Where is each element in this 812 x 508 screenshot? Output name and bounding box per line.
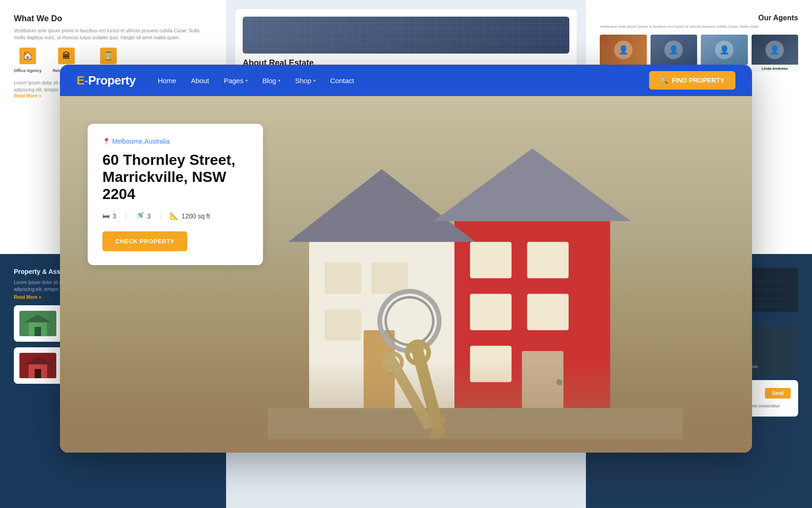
agents-text: Vestibulum ante ipsum primis in faucibus… bbox=[600, 24, 798, 29]
nav-shop[interactable]: Shop ▾ bbox=[295, 77, 316, 85]
agents-section: Our Agents Vestibulum ante ipsum primis … bbox=[600, 14, 798, 72]
bed-icon: 🛏 bbox=[102, 212, 110, 220]
bath-icon: 🚿 bbox=[135, 212, 144, 220]
address-line3: 2204 bbox=[102, 186, 135, 202]
brand-rest: Property bbox=[88, 73, 136, 87]
property-address: 60 Thornley Street, Marrickville, NSW 22… bbox=[102, 151, 248, 202]
nav-contact[interactable]: Contact bbox=[330, 77, 354, 85]
search-icon: 🔍 bbox=[660, 77, 668, 84]
main-card: E-Property Home About Pages ▾ Blog ▾ Sho… bbox=[60, 65, 752, 453]
brand-logo: E-Property bbox=[77, 73, 136, 88]
find-property-button[interactable]: 🔍 FIND PROPERTY bbox=[649, 71, 735, 90]
industrial-icon: ⌛ bbox=[100, 48, 117, 64]
svg-rect-7 bbox=[35, 369, 41, 378]
hero-blur-overlay bbox=[60, 360, 752, 453]
pages-dropdown-arrow: ▾ bbox=[245, 78, 248, 83]
property-card-1-img bbox=[19, 311, 56, 336]
navbar: E-Property Home About Pages ▾ Blog ▾ Sho… bbox=[60, 65, 752, 96]
property-card-2-img bbox=[19, 353, 56, 378]
brand-letter: E- bbox=[77, 73, 88, 87]
office-label: Office Agency bbox=[14, 68, 42, 73]
send-button[interactable]: Send bbox=[765, 388, 791, 399]
location-pin-icon: 📍 bbox=[102, 138, 110, 145]
agent-photo-1: 👤 bbox=[600, 35, 647, 65]
baths-feature: 🚿 3 bbox=[135, 212, 151, 220]
hero-section: 📍 Melbourne,Australia 60 Thornley Street… bbox=[60, 96, 752, 453]
property-features: 🛏 3 🚿 3 📐 1200 sq ft bbox=[102, 212, 248, 220]
area-feature: 📐 1200 sq ft bbox=[170, 212, 210, 220]
nav-home[interactable]: Home bbox=[158, 77, 176, 85]
feature-divider-2 bbox=[160, 212, 161, 220]
svg-rect-13 bbox=[325, 262, 361, 294]
baths-count: 3 bbox=[147, 212, 151, 220]
aerial-photo bbox=[243, 17, 569, 54]
agent-card-4: 👤 Linda Andrews bbox=[752, 35, 799, 72]
agent-photo-4: 👤 bbox=[752, 35, 799, 65]
agent-face-4: 👤 bbox=[765, 41, 784, 59]
wwd-office: 🏠 Office Agency bbox=[14, 48, 42, 73]
nav-about[interactable]: About bbox=[191, 77, 209, 85]
nav-pages[interactable]: Pages ▾ bbox=[224, 77, 248, 85]
address-line1: 60 Thornley Street, bbox=[102, 151, 235, 168]
beds-feature: 🛏 3 bbox=[102, 212, 116, 220]
agent-face-3: 👤 bbox=[715, 41, 734, 59]
what-we-do-text: Vestibulum ante ipsum primis in faucibus… bbox=[14, 27, 212, 41]
beds-count: 3 bbox=[113, 212, 116, 220]
check-property-button[interactable]: CHECK PROPERTY bbox=[102, 231, 187, 251]
property-location: 📍 Melbourne,Australia bbox=[102, 138, 248, 145]
svg-rect-3 bbox=[35, 327, 41, 336]
aerial-houses-img bbox=[243, 17, 569, 54]
agent-photo-3: 👤 bbox=[701, 35, 748, 65]
property-info-card: 📍 Melbourne,Australia 60 Thornley Street… bbox=[88, 124, 263, 265]
feature-divider-1 bbox=[125, 212, 126, 220]
agent-photo-2: 👤 bbox=[651, 35, 698, 65]
area-text: 1200 sq ft bbox=[182, 212, 210, 220]
area-icon: 📐 bbox=[170, 212, 179, 220]
agents-title: Our Agents bbox=[600, 14, 798, 22]
location-text: Melbourne,Australia bbox=[112, 138, 170, 145]
agent-name-4: Linda Andrews bbox=[752, 65, 799, 72]
agent-face-2: 👤 bbox=[664, 41, 683, 59]
address-line2: Marrickville, NSW bbox=[102, 169, 227, 185]
blog-dropdown-arrow: ▾ bbox=[278, 78, 281, 83]
agent-face-1: 👤 bbox=[614, 41, 633, 59]
what-we-do-title: What We Do bbox=[14, 14, 212, 24]
nav-links: Home About Pages ▾ Blog ▾ Shop ▾ Contact bbox=[158, 77, 650, 85]
nav-blog[interactable]: Blog ▾ bbox=[263, 77, 281, 85]
shop-dropdown-arrow: ▾ bbox=[313, 78, 316, 83]
svg-rect-19 bbox=[527, 242, 569, 278]
retail-icon: 🏛 bbox=[58, 48, 75, 64]
office-icon: 🏠 bbox=[19, 48, 36, 64]
